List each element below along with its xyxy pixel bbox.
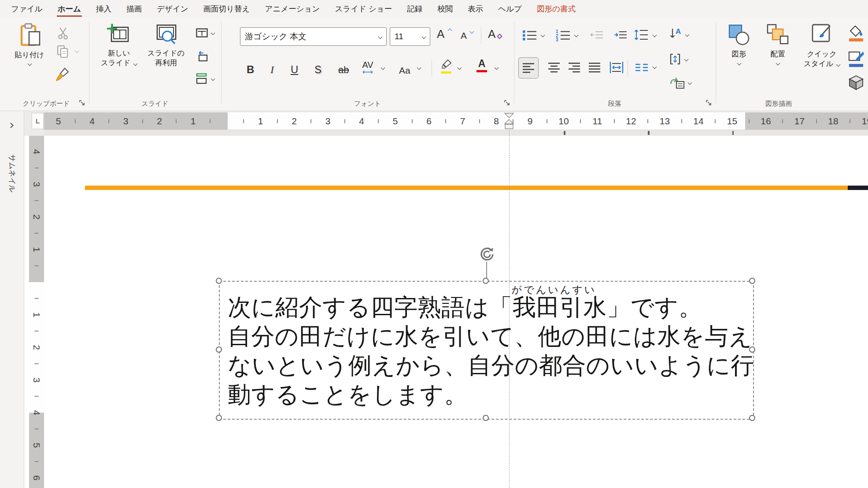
- align-text-button[interactable]: [669, 53, 688, 65]
- thumbnail-panel[interactable]: サムネイル: [0, 111, 24, 488]
- tab-stop-marker[interactable]: [564, 131, 565, 135]
- decrease-indent-button[interactable]: [590, 30, 604, 43]
- increase-indent-icon: [613, 30, 628, 41]
- convert-smartart-button[interactable]: [669, 76, 691, 89]
- textbox-text[interactable]: 次に紹介する四字熟語は「我田引水」です。 自分の田だけに水を引いて、他の田には水…: [228, 293, 754, 409]
- reset-slide-button[interactable]: [196, 51, 208, 62]
- copy-button[interactable]: [56, 45, 70, 61]
- cut-button[interactable]: [56, 26, 70, 41]
- selection-handle[interactable]: [749, 278, 755, 284]
- shape-outline-button[interactable]: [848, 50, 864, 70]
- columns-button[interactable]: [635, 63, 649, 74]
- ruler-tick: [35, 265, 39, 266]
- tab-ファイル[interactable]: ファイル: [4, 0, 50, 18]
- underline-button[interactable]: U: [291, 61, 298, 76]
- ruler-number: 15: [727, 116, 737, 127]
- text-shadow-button[interactable]: S: [314, 61, 321, 76]
- selection-handle[interactable]: [483, 415, 489, 421]
- selection-handle[interactable]: [216, 346, 222, 353]
- ruler-number: 8: [494, 116, 499, 127]
- line-spacing-button[interactable]: [634, 28, 650, 43]
- selection-handle[interactable]: [216, 278, 222, 284]
- tab-stop-strip: [44, 130, 868, 136]
- new-slide-button[interactable]: 新しい スライド: [99, 23, 139, 67]
- tab-スライド ショー[interactable]: スライド ショー: [327, 0, 399, 18]
- bullets-chevron[interactable]: [541, 33, 545, 37]
- grow-font-button[interactable]: A: [437, 28, 444, 40]
- tab-画面切り替え[interactable]: 画面切り替え: [196, 0, 258, 18]
- font-color-icon: A: [478, 58, 486, 69]
- change-case-chevron[interactable]: [417, 66, 421, 70]
- align-center-button[interactable]: [547, 62, 561, 75]
- tab-描画[interactable]: 描画: [119, 0, 149, 18]
- font-color-button[interactable]: A: [476, 58, 487, 72]
- tab-表示[interactable]: 表示: [460, 0, 491, 18]
- tab-デザイン[interactable]: デザイン: [149, 0, 196, 18]
- tab-挿入[interactable]: 挿入: [89, 0, 119, 18]
- font-size-combobox[interactable]: 11: [390, 27, 430, 46]
- character-spacing-chevron[interactable]: [381, 66, 385, 70]
- numbering-button[interactable]: 1 2 3: [555, 29, 571, 43]
- font-dialog-launcher[interactable]: [504, 100, 510, 106]
- selection-handle[interactable]: [749, 415, 755, 421]
- tab-校閲[interactable]: 校閲: [430, 0, 460, 18]
- new-slide-label-line2: スライド: [101, 58, 137, 67]
- paste-button[interactable]: 貼り付け: [11, 23, 48, 65]
- tab-stop-marker[interactable]: [648, 131, 650, 135]
- indent-marker[interactable]: [504, 113, 514, 130]
- character-spacing-button[interactable]: AV: [362, 60, 373, 74]
- bullets-button[interactable]: [522, 29, 538, 43]
- font-name-combobox[interactable]: 游ゴシック 本文: [240, 27, 387, 46]
- align-right-button[interactable]: [568, 62, 581, 75]
- paste-dropdown-chevron[interactable]: [27, 62, 32, 66]
- numbering-chevron[interactable]: [574, 33, 579, 37]
- tab-selector-box[interactable]: L: [32, 113, 44, 129]
- tab-ホーム[interactable]: ホーム: [50, 0, 89, 18]
- ruler-number: 6: [31, 475, 42, 481]
- shape-fill-button[interactable]: [848, 25, 864, 44]
- paragraph-dialog-launcher[interactable]: [705, 100, 712, 106]
- strikethrough-button[interactable]: ab: [338, 61, 349, 76]
- tab-記録[interactable]: 記録: [399, 0, 430, 18]
- clipboard-dialog-launcher[interactable]: [79, 100, 85, 106]
- arrange-button[interactable]: 配置: [761, 23, 794, 65]
- ruler-number: 12: [626, 116, 636, 127]
- distribute-text-button[interactable]: [609, 61, 624, 76]
- format-painter-button[interactable]: [55, 67, 70, 83]
- decrease-indent-icon: [590, 30, 604, 41]
- line-spacing-chevron[interactable]: [653, 33, 657, 37]
- tab-stop-marker[interactable]: [732, 131, 734, 135]
- columns-chevron[interactable]: [653, 65, 657, 69]
- font-color-chevron[interactable]: [495, 66, 499, 70]
- change-case-button[interactable]: Aa: [399, 61, 410, 76]
- bold-button[interactable]: B: [247, 61, 254, 76]
- align-left-button[interactable]: [518, 57, 539, 78]
- copy-dropdown-chevron[interactable]: [75, 49, 79, 53]
- tab-ヘルプ[interactable]: ヘルプ: [491, 0, 529, 18]
- ruler-number: 11: [593, 116, 602, 127]
- highlight-color-button[interactable]: [440, 59, 453, 74]
- italic-button[interactable]: I: [270, 61, 274, 76]
- justify-button[interactable]: [588, 62, 601, 75]
- ruler-tick: [547, 119, 547, 123]
- ruler-tick: [142, 119, 143, 123]
- rotation-handle-icon[interactable]: [478, 245, 495, 262]
- selection-handle[interactable]: [216, 415, 222, 421]
- tab-図形の書式[interactable]: 図形の書式: [529, 0, 583, 18]
- ruler-tick: [35, 396, 39, 397]
- clear-formatting-button[interactable]: A: [488, 28, 495, 40]
- selection-handle[interactable]: [483, 278, 489, 284]
- text-direction-button[interactable]: A: [669, 27, 689, 41]
- ruler-number: 3: [325, 116, 331, 127]
- section-button[interactable]: [196, 73, 214, 84]
- tab-アニメーション[interactable]: アニメーション: [257, 0, 327, 18]
- highlight-color-chevron[interactable]: [458, 66, 462, 70]
- reuse-slides-button[interactable]: スライドの 再利用: [142, 23, 190, 67]
- layout-button[interactable]: [196, 28, 214, 37]
- shape-effects-button[interactable]: [848, 75, 864, 93]
- increase-indent-button[interactable]: [613, 30, 628, 43]
- expand-panel-chevron-icon[interactable]: [8, 123, 14, 128]
- shrink-font-button[interactable]: A: [461, 30, 467, 41]
- shapes-button[interactable]: 図形: [723, 23, 755, 65]
- quick-styles-button[interactable]: クイック スタイル: [802, 23, 842, 68]
